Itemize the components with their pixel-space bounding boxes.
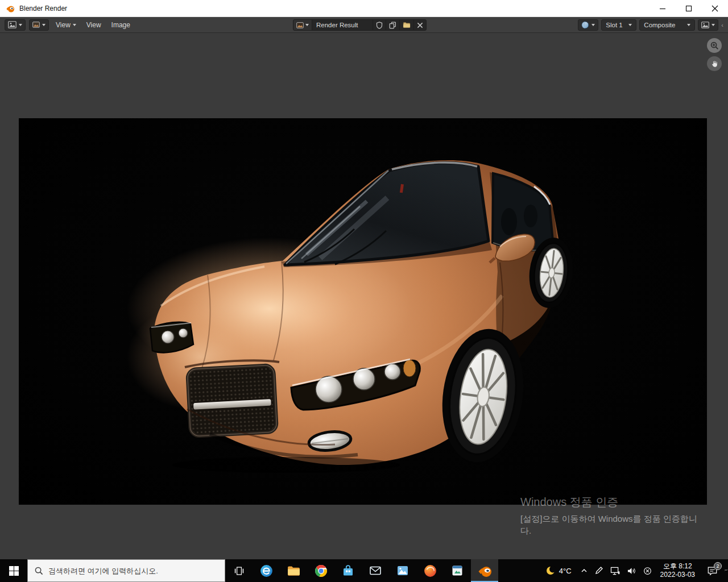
blender-app-icon (6, 4, 15, 13)
slot-dropdown[interactable]: Slot 1 (601, 19, 636, 31)
window-titlebar: Blender Render (0, 0, 728, 17)
menu-image[interactable]: Image (108, 19, 134, 31)
taskbar-mail-button[interactable] (362, 559, 389, 582)
clock-time: 오후 8:12 (663, 562, 692, 571)
header-right-controls: Slot 1 Composite ‹ (578, 19, 723, 31)
chevron-down-icon (42, 24, 46, 26)
action-center-button[interactable]: 2 (700, 559, 725, 582)
microsoft-store-icon (341, 564, 355, 577)
mail-icon (369, 564, 382, 577)
chevron-down-icon (592, 24, 595, 26)
display-channels-dropdown[interactable] (578, 19, 598, 31)
pen-tray-button[interactable] (591, 559, 607, 582)
view-menu-label: View (86, 21, 101, 29)
search-icon (35, 567, 43, 575)
location-off-tray-button[interactable] (640, 559, 655, 582)
image-layers-icon (701, 22, 709, 28)
image-menu-label: Image (111, 21, 130, 29)
circle-x-icon (643, 567, 652, 575)
pan-button[interactable] (707, 56, 722, 71)
viewport-float-tools (707, 38, 722, 71)
view-dropdown[interactable]: View (52, 19, 80, 31)
desktop: Blender Render (0, 0, 728, 582)
moon-icon (545, 566, 556, 576)
minimize-button[interactable] (650, 0, 676, 17)
window-title: Blender Render (19, 5, 67, 13)
chevron-down-icon (687, 24, 690, 26)
maximize-button[interactable] (676, 0, 702, 17)
duplicate-icon (389, 22, 396, 29)
file-explorer-icon (287, 564, 301, 578)
chevron-up-icon (581, 567, 588, 574)
chevron-down-icon (19, 24, 22, 26)
chrome-icon (314, 564, 328, 578)
open-image-button[interactable] (399, 20, 413, 30)
car-grille (187, 365, 277, 436)
render-pass-label: Composite (644, 22, 675, 28)
maximize-icon (685, 5, 692, 12)
search-input[interactable] (48, 567, 208, 575)
show-desktop-button[interactable] (725, 569, 728, 572)
temperature-label: 4°C (559, 567, 572, 575)
hidden-icons-button[interactable] (577, 559, 591, 582)
taskbar-blender-button[interactable] (471, 559, 498, 582)
taskbar-store-button[interactable] (334, 559, 362, 582)
view-mode-dropdown[interactable] (29, 19, 49, 31)
menu-view[interactable]: View (83, 19, 105, 31)
close-button[interactable] (702, 0, 728, 17)
view-dropdown-label: View (56, 21, 71, 29)
browser-app-icon (423, 564, 437, 578)
browse-image-dropdown[interactable] (293, 20, 312, 30)
task-view-icon (234, 566, 245, 576)
taskbar-photos-button[interactable] (389, 559, 416, 582)
notification-badge: 2 (714, 562, 722, 570)
slot-label: Slot 1 (606, 22, 622, 28)
clock-date: 2022-03-03 (660, 571, 695, 579)
speaker-icon (627, 567, 636, 575)
editor-type-dropdown[interactable] (5, 19, 26, 31)
close-icon (712, 5, 718, 12)
image-pin-dropdown[interactable] (698, 19, 718, 31)
windows-logo-icon (9, 566, 19, 576)
render-pass-dropdown[interactable]: Composite (639, 19, 695, 31)
image-name-field[interactable]: Render Result (312, 22, 373, 28)
color-alpha-sphere-icon (581, 21, 589, 29)
taskbar-browser-button[interactable] (416, 559, 444, 582)
image-datablock-selector: Render Result (293, 19, 427, 31)
start-button[interactable] (0, 559, 27, 582)
unlink-image-button[interactable] (413, 20, 426, 30)
duplicate-image-button[interactable] (386, 20, 399, 30)
fake-user-button[interactable] (373, 20, 386, 30)
taskbar-chrome-button[interactable] (307, 559, 334, 582)
pan-hand-icon (710, 60, 719, 68)
chevron-down-icon (628, 24, 632, 26)
image-editor-icon (8, 21, 16, 28)
ethernet-icon (610, 567, 620, 575)
shield-icon (376, 22, 383, 29)
zoom-in-button[interactable] (707, 38, 722, 53)
taskbar-file-explorer-button[interactable] (280, 559, 307, 582)
weather-widget[interactable]: 4°C (540, 559, 577, 582)
car-left-headlight (150, 322, 193, 353)
rendered-image[interactable] (19, 118, 707, 505)
system-tray: 4°C (540, 559, 728, 582)
browse-image-icon (296, 22, 304, 28)
image-icon (32, 22, 40, 28)
window-controls (650, 0, 728, 17)
windows-taskbar: 4°C (0, 559, 728, 582)
blender-icon (477, 563, 493, 579)
taskbar-media-app-button[interactable] (444, 559, 471, 582)
taskbar-clock[interactable]: 오후 8:12 2022-03-03 (655, 559, 700, 582)
network-tray-button[interactable] (607, 559, 623, 582)
taskbar-edge-button[interactable] (253, 559, 280, 582)
region-collapse-arrow[interactable]: ‹ (721, 22, 723, 28)
task-view-button[interactable] (225, 559, 253, 582)
volume-tray-button[interactable] (623, 559, 640, 582)
activation-body: [설정]으로 이동하여 Windows를 정품 인증합니다. (520, 513, 708, 537)
render-car-illustration (19, 118, 707, 505)
image-editor-header: View View Image Render Result (0, 17, 728, 33)
image-editor-viewport[interactable]: Windows 정품 인증 [설정]으로 이동하여 Windows를 정품 인증… (0, 33, 728, 559)
open-folder-icon (403, 22, 411, 28)
taskbar-search-box[interactable] (27, 559, 225, 582)
photos-app-icon (396, 564, 410, 577)
